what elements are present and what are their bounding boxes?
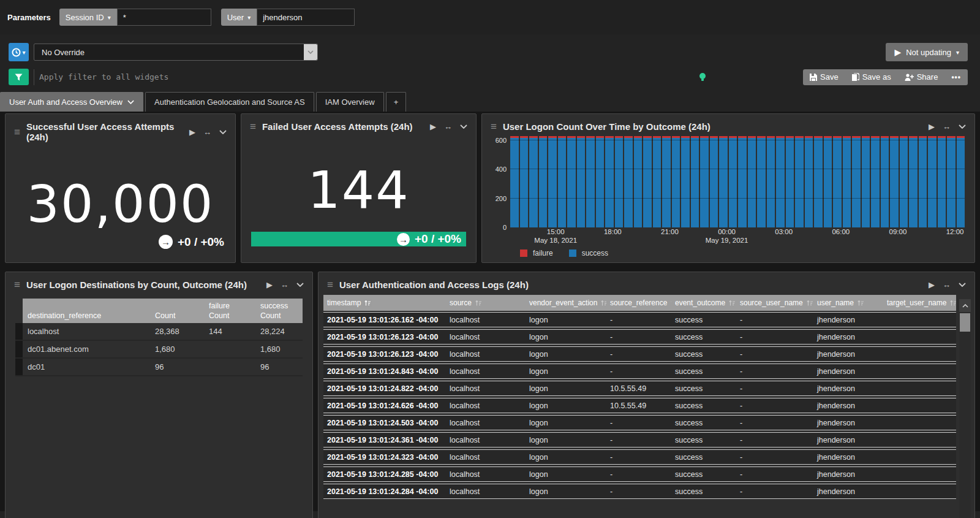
chart-bar (738, 136, 747, 227)
sort-icon[interactable] (807, 300, 813, 307)
widget-menu-icon[interactable]: ≡ (491, 121, 497, 132)
not-updating-button[interactable]: ▶ Not updating ▾ (886, 43, 968, 61)
sort-icon[interactable] (729, 300, 735, 307)
column-header-event_outcome[interactable]: event_outcome (671, 299, 736, 307)
column-header[interactable]: destination_reference (23, 311, 150, 323)
row-handle[interactable] (15, 323, 23, 340)
sort-icon[interactable] (950, 300, 956, 307)
column-header-source_user_name[interactable]: source_user_name (736, 299, 813, 307)
legend-swatch (569, 249, 576, 257)
widget-expand-icon[interactable]: ↔ (943, 122, 951, 131)
table-row[interactable]: 2021-05-19 13:01:24.626 -04:00localhostl… (323, 398, 956, 413)
column-header[interactable]: Count (255, 311, 303, 323)
widget-menu-icon[interactable]: ≡ (14, 127, 20, 137)
row-handle[interactable] (15, 340, 23, 358)
widget-menu-icon[interactable]: ≡ (14, 280, 20, 290)
column-header-timestamp[interactable]: timestamp (323, 299, 446, 307)
widget-collapse-icon[interactable] (296, 283, 304, 287)
column-header-target_user_name[interactable]: target_user_name (883, 299, 956, 307)
tab-2[interactable]: Authentication Geolocation and Source AS (145, 92, 314, 112)
table-row[interactable]: 2021-05-19 13:01:24.843 -04:00localhostl… (323, 364, 956, 379)
table-row[interactable]: 2021-05-19 13:01:26.162 -04:00localhostl… (323, 312, 956, 327)
time-override-select[interactable]: No Override (34, 44, 318, 61)
save-button-group: Save Save as Share ••• (803, 69, 968, 85)
chevron-up-icon (962, 304, 968, 308)
widget-expand-icon[interactable]: ↔ (203, 128, 211, 137)
sort-icon[interactable] (364, 300, 371, 307)
widget-collapse-icon[interactable] (219, 130, 227, 134)
column-header[interactable]: failure (204, 299, 255, 311)
widget-collapse-icon[interactable] (959, 124, 966, 129)
column-header[interactable] (23, 299, 150, 311)
column-header-user_name[interactable]: user_name (813, 299, 883, 307)
cell-source_user_name: - (736, 316, 813, 324)
column-header[interactable]: Count (204, 311, 255, 323)
cell-timestamp: 2021-05-19 13:01:24.822 -04:00 (323, 384, 446, 393)
cell-source_user_name: - (736, 333, 813, 341)
chart-bar (843, 136, 851, 227)
widget-play-icon[interactable]: ▶ (929, 280, 935, 289)
vertical-scrollbar[interactable] (959, 299, 971, 518)
table-row[interactable]: dc01.abenet.com1,6801,680 (15, 340, 303, 358)
chart-bar (672, 136, 680, 227)
filter-input[interactable] (34, 69, 695, 85)
scroll-up-button[interactable] (959, 299, 971, 312)
widget-play-icon[interactable]: ▶ (929, 122, 935, 131)
user-input[interactable] (257, 9, 355, 26)
table-row[interactable]: 2021-05-19 13:01:26.123 -04:00localhostl… (323, 329, 956, 345)
widget-play-icon[interactable]: ▶ (189, 128, 195, 137)
column-header[interactable]: Count (150, 311, 204, 323)
column-header[interactable] (150, 299, 204, 311)
table-row[interactable]: 2021-05-19 13:01:24.323 -04:00localhostl… (323, 449, 956, 465)
column-header-source_reference[interactable]: source_reference (606, 299, 671, 307)
row-handle[interactable] (15, 358, 23, 376)
sort-icon[interactable] (475, 300, 481, 307)
sort-icon[interactable] (601, 300, 606, 307)
widget-menu-icon[interactable]: ≡ (250, 121, 256, 132)
session-id-dropdown[interactable]: Session ID ▾ (59, 9, 117, 26)
widget-collapse-icon[interactable] (959, 283, 966, 287)
column-header-source[interactable]: source (446, 299, 526, 307)
widget-expand-icon[interactable]: ↔ (444, 122, 452, 131)
filter-button[interactable] (9, 69, 29, 85)
share-button[interactable]: Share (898, 69, 945, 85)
table-row[interactable]: 2021-05-19 13:01:24.284 -04:00localhostl… (323, 484, 956, 499)
time-range-button[interactable]: ▾ (9, 43, 29, 61)
widget-expand-icon[interactable]: ↔ (281, 280, 288, 289)
column-header[interactable]: success (255, 299, 303, 311)
tab-3[interactable]: IAM Overview (316, 92, 384, 112)
widget-collapse-icon[interactable] (460, 124, 467, 129)
tab-1[interactable]: User Auth and Access Overview (0, 92, 143, 112)
sort-icon[interactable] (858, 300, 864, 307)
tab-4[interactable]: + (386, 92, 407, 112)
save-as-button[interactable]: Save as (845, 69, 898, 85)
scroll-thumb[interactable] (960, 313, 970, 332)
lightbulb-icon[interactable] (699, 72, 706, 82)
legend-label: failure (533, 249, 553, 257)
chevron-down-icon (304, 44, 317, 60)
table-row[interactable]: localhost28,36814428,224 (15, 323, 303, 340)
save-button[interactable]: Save (803, 69, 845, 85)
y-tick-label: 200 (496, 195, 507, 202)
cell: dc01.abenet.com (23, 340, 150, 358)
session-id-input[interactable] (117, 9, 211, 26)
legend-item[interactable]: failure (520, 249, 553, 257)
widget-play-icon[interactable]: ▶ (430, 122, 436, 131)
widget-menu-icon[interactable]: ≡ (327, 280, 333, 290)
table-row[interactable]: 2021-05-19 13:01:26.123 -04:00localhostl… (323, 346, 956, 362)
column-header-vendor_event_action[interactable]: vendor_event_action (526, 299, 606, 307)
widget-play-icon[interactable]: ▶ (266, 280, 273, 289)
widget-expand-icon[interactable]: ↔ (943, 280, 951, 289)
table-row[interactable]: dc019696 (15, 358, 303, 376)
chart-bar (567, 136, 576, 227)
user-dropdown[interactable]: User ▾ (221, 9, 257, 26)
table-row[interactable]: 2021-05-19 13:01:24.503 -04:00localhostl… (323, 415, 956, 430)
sort-icon[interactable] (671, 300, 671, 307)
cell-user_name: jhenderson (813, 453, 883, 462)
more-options-button[interactable]: ••• (944, 69, 968, 85)
table-row[interactable]: 2021-05-19 13:01:24.361 -04:00localhostl… (323, 432, 956, 448)
widget-successful-attempts: ≡ Successful User Access Attempts (24h) … (5, 113, 236, 263)
table-row[interactable]: 2021-05-19 13:01:24.285 -04:00localhostl… (323, 467, 956, 482)
legend-item[interactable]: success (569, 249, 608, 257)
table-row[interactable]: 2021-05-19 13:01:24.822 -04:00localhostl… (323, 381, 956, 396)
